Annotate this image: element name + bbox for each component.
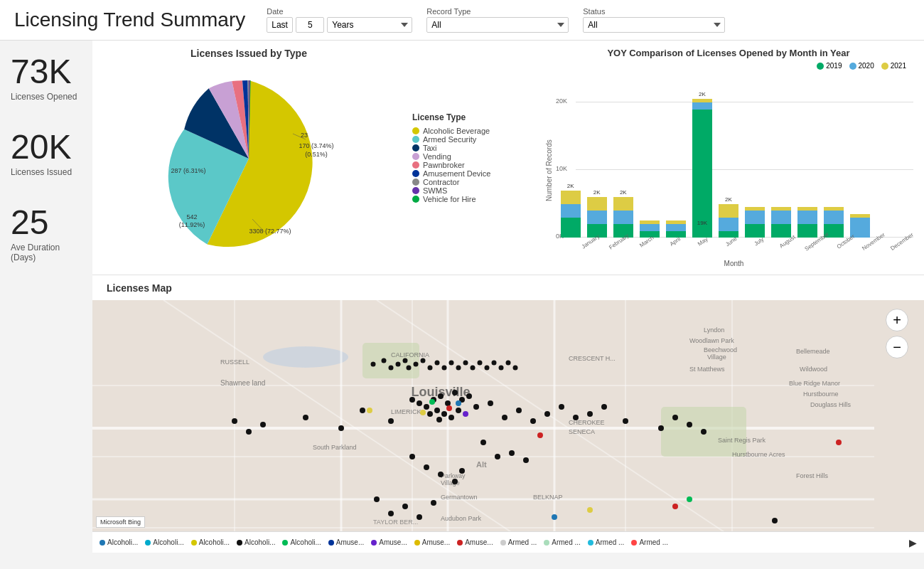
svg-point-88: [559, 404, 564, 410]
bar-top-label: 2K: [584, 189, 609, 196]
legend-dot: [412, 170, 419, 177]
svg-point-74: [429, 399, 435, 405]
metric-ave-duration: 25 Ave Duration (Days): [11, 206, 82, 262]
svg-text:CHEROKEE: CHEROKEE: [569, 419, 605, 426]
svg-point-115: [672, 504, 678, 509]
map-legend-dot: [328, 540, 334, 546]
svg-text:BELKNAP: BELKNAP: [533, 494, 563, 501]
map-legend-item: Amuse...: [457, 538, 493, 546]
metric-big-value: 73K: [11, 55, 82, 89]
metric-issued-value: 20K: [11, 130, 82, 164]
svg-point-93: [523, 457, 529, 463]
bar-segment: [613, 211, 633, 224]
svg-text:Blue Ridge Manor: Blue Ridge Manor: [789, 380, 840, 387]
svg-text:(11.92%): (11.92%): [179, 221, 205, 228]
map-legend-scroll-right[interactable]: ▶: [909, 537, 917, 548]
svg-point-69: [456, 408, 461, 413]
metric-big-label: Licenses Opened: [11, 92, 82, 102]
svg-point-104: [402, 504, 408, 509]
legend-item: Alcoholic Beverage: [412, 127, 526, 135]
svg-point-123: [371, 362, 376, 367]
svg-text:287 (6.31%): 287 (6.31%): [171, 167, 205, 174]
svg-point-114: [687, 496, 692, 502]
year-dot: [849, 63, 856, 70]
bar-group: 2K: [611, 197, 635, 238]
metric-duration-label: Ave Duration (Days): [11, 243, 82, 262]
bar-segment: [561, 204, 581, 218]
svg-point-121: [367, 408, 372, 413]
svg-point-59: [438, 393, 444, 399]
left-metrics: 73K Licenses Opened 20K Licenses Issued …: [0, 41, 92, 553]
filter-bar: Date Last 5 Years Record Type All Status: [267, 7, 910, 33]
svg-point-116: [587, 507, 593, 513]
legend-item: Taxi: [412, 144, 526, 152]
year-dot: [881, 63, 888, 70]
date-unit-select[interactable]: Years: [327, 17, 412, 33]
map-legend-item: Armed ...: [500, 538, 537, 546]
record-type-select[interactable]: All: [426, 17, 569, 33]
bar-top-label: 2K: [558, 183, 583, 189]
svg-point-138: [478, 361, 483, 366]
svg-text:Alt: Alt: [476, 460, 487, 469]
date-filter-controls: Last 5 Years: [267, 17, 412, 33]
top-charts-row: Licenses Issued by Type: [92, 41, 924, 275]
svg-text:TAYLOR BER...: TAYLOR BER...: [373, 519, 418, 526]
pie-legend-section: License Type Alcoholic BeverageArmed Sec…: [405, 41, 533, 275]
svg-point-143: [513, 366, 518, 371]
pie-chart-section: Licenses Issued by Type: [92, 41, 405, 275]
legend-items: Alcoholic BeverageArmed SecurityTaxiVend…: [412, 127, 526, 203]
legend-title: License Type: [412, 112, 526, 122]
svg-text:Saint Regis Park: Saint Regis Park: [718, 437, 766, 444]
bar-segment: [587, 197, 607, 211]
svg-point-125: [389, 366, 394, 371]
svg-point-64: [441, 411, 447, 417]
x-axis: JanuaryFebruaryMarchAprilMayJuneJulyAugu…: [554, 239, 913, 245]
svg-text:Beechwood: Beechwood: [704, 346, 737, 353]
date-filter-label: Date: [267, 7, 412, 16]
legend-dot: [412, 153, 419, 160]
bar-group: [742, 207, 767, 238]
svg-text:St Matthews: St Matthews: [689, 366, 725, 373]
svg-point-75: [446, 405, 452, 411]
svg-point-130: [421, 358, 426, 363]
legend-item: Pawnbroker: [412, 161, 526, 169]
svg-text:CRESCENT H...: CRESCENT H...: [569, 355, 616, 362]
bar-segment: [771, 224, 791, 238]
legend-item: Armed Security: [412, 135, 526, 144]
svg-point-84: [502, 415, 507, 420]
pie-chart-svg: 23 170 (3.74%) (0.51%) 542 (11.92%) 287 …: [149, 63, 348, 248]
svg-point-83: [488, 400, 493, 406]
bar-chart-title: YOY Comparison of Licenses Opened by Mon…: [544, 48, 913, 58]
svg-point-78: [463, 411, 468, 417]
svg-point-140: [492, 361, 497, 366]
bar-top-label: 2K: [716, 196, 741, 203]
svg-point-133: [442, 366, 447, 371]
date-value-input[interactable]: 5: [296, 17, 324, 33]
map-legend-item: Alcoholi...: [237, 538, 275, 546]
status-filter-group: Status All: [583, 7, 725, 33]
map-legend-dot: [371, 540, 377, 546]
svg-point-100: [601, 404, 607, 410]
legend-item: Amusement Device: [412, 169, 526, 178]
legend-dot: [412, 196, 419, 203]
svg-point-122: [537, 432, 543, 438]
svg-point-65: [417, 400, 422, 406]
main-content: 73K Licenses Opened 20K Licenses Issued …: [0, 41, 924, 553]
bar-segment: [797, 211, 817, 224]
date-prefix-select[interactable]: Last: [267, 17, 293, 33]
bar-segment: [561, 218, 581, 238]
bar-top-label: 2K: [611, 189, 635, 196]
zoom-in-button[interactable]: +: [886, 309, 908, 331]
zoom-out-button[interactable]: −: [886, 336, 908, 358]
map-legend-dot: [145, 540, 151, 546]
svg-point-86: [530, 418, 536, 424]
svg-point-96: [438, 472, 444, 477]
bar-group: [768, 207, 793, 238]
bar-group: 19K2K: [689, 99, 714, 238]
svg-point-107: [232, 418, 237, 424]
svg-point-87: [544, 411, 550, 417]
svg-text:RUSSELL: RUSSELL: [220, 358, 249, 366]
pie-chart-title: Licenses Issued by Type: [190, 48, 307, 59]
pie-chart-container: 23 170 (3.74%) (0.51%) 542 (11.92%) 287 …: [149, 63, 348, 248]
status-select[interactable]: All: [583, 17, 725, 33]
